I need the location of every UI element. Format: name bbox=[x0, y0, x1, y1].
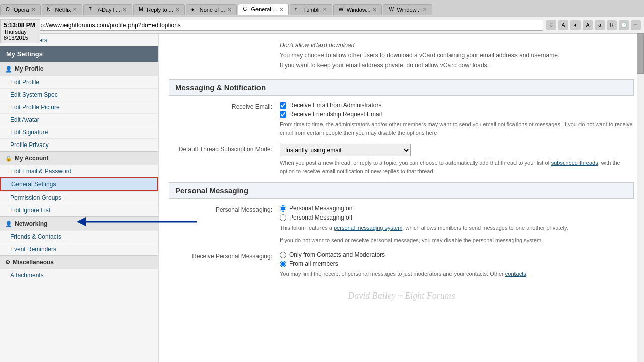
tab-reply[interactable]: M Reply to ... ✕ bbox=[133, 4, 185, 15]
tab-window1[interactable]: W Window... ✕ bbox=[333, 4, 382, 15]
bookmark-icon[interactable]: ♡ bbox=[546, 20, 556, 30]
sidebar-item-edit-avatar[interactable]: Edit Avatar bbox=[0, 113, 158, 126]
sidebar-item-edit-ignore-list[interactable]: Edit Ignore List bbox=[0, 204, 158, 216]
subscription-mode-row: Default Thread Subscription Mode: Instan… bbox=[169, 144, 634, 175]
checkbox-friendship-email[interactable] bbox=[280, 111, 286, 118]
adblock-icon[interactable]: A bbox=[558, 20, 568, 30]
pm-link[interactable]: personal messaging system bbox=[334, 225, 402, 231]
tab-window2[interactable]: W Window... ✕ bbox=[383, 4, 432, 15]
tab-opera-label: Opera bbox=[14, 7, 29, 13]
tab-noneof[interactable]: ♦ None of ... ✕ bbox=[186, 4, 237, 15]
sidebar-item-edit-profile-picture[interactable]: Edit Profile Picture bbox=[0, 101, 158, 113]
sidebar-item-event-reminders[interactable]: Event Reminders bbox=[0, 243, 158, 255]
radio-row-contacts-only: Only from Contacts and Moderators bbox=[280, 251, 634, 258]
scrollbar-track[interactable] bbox=[637, 33, 644, 362]
sidebar-section-miscellaneous: ⚙ Miscellaneous bbox=[0, 255, 158, 269]
sidebar-item-edit-signature[interactable]: Edit Signature bbox=[0, 126, 158, 138]
opera-favicon: O bbox=[6, 7, 12, 13]
subscription-select[interactable]: Instantly, using email No email notifica… bbox=[280, 144, 411, 156]
sidebar-section-my-profile: 👤 My Profile bbox=[0, 62, 158, 76]
sidebar-header-label: My Settings bbox=[6, 50, 43, 58]
radio-row-all-members: From all members bbox=[280, 260, 634, 267]
contacts-link[interactable]: contacts bbox=[505, 271, 526, 277]
personal-messaging-row: Personal Messaging: Personal Messaging o… bbox=[169, 205, 634, 244]
checkbox-admin-email[interactable] bbox=[280, 102, 286, 109]
sidebar-item-edit-profile[interactable]: Edit Profile bbox=[0, 76, 158, 88]
sidebar-item-general-settings[interactable]: General Settings bbox=[0, 177, 158, 191]
tab-general[interactable]: G General ... ✕ bbox=[238, 4, 289, 15]
receive-email-label: Receive Email: bbox=[169, 102, 280, 110]
event-reminders-label: Event Reminders bbox=[10, 246, 56, 253]
ext2-icon[interactable]: A bbox=[583, 20, 593, 30]
miscellaneous-icon: ⚙ bbox=[5, 259, 10, 266]
7day-favicon: 7 bbox=[89, 7, 95, 13]
edit-profile-label: Edit Profile bbox=[10, 79, 39, 86]
tab-opera-close[interactable]: ✕ bbox=[31, 7, 35, 12]
rpm-contacts-label: Only from Contacts and Moderators bbox=[289, 251, 385, 258]
radio-row-pm-on: Personal Messaging on bbox=[280, 205, 634, 212]
radio-pm-off[interactable] bbox=[280, 214, 286, 221]
account-icon: 🔒 bbox=[5, 155, 12, 162]
sidebar-item-permission-groups[interactable]: Permission Groups bbox=[0, 191, 158, 204]
checkbox-admin-label: Receive Email from Administrators bbox=[289, 102, 381, 109]
reply-favicon: M bbox=[139, 7, 145, 13]
radio-pm-on[interactable] bbox=[280, 205, 286, 212]
radio-contacts-only[interactable] bbox=[280, 252, 286, 258]
tab-tumblr-label: Tumblr bbox=[303, 7, 320, 13]
sidebar-item-friends-contacts[interactable]: Friends & Contacts bbox=[0, 230, 158, 243]
sidebar-item-profile-privacy[interactable]: Profile Privacy bbox=[0, 138, 158, 151]
attachments-label: Attachments bbox=[10, 272, 44, 279]
tab-window1-close[interactable]: ✕ bbox=[372, 7, 376, 12]
radio-row-pm-off: Personal Messaging off bbox=[280, 214, 634, 221]
tab-noneof-close[interactable]: ✕ bbox=[227, 7, 231, 12]
radio-all-members[interactable] bbox=[280, 261, 286, 267]
edit-profile-picture-label: Edit Profile Picture bbox=[10, 104, 60, 111]
tab-window1-label: Window... bbox=[347, 7, 371, 13]
tab-7day[interactable]: 7 7-Day F... ✕ bbox=[83, 4, 132, 15]
sidebar-section-networking: 👤 Networking bbox=[0, 216, 158, 230]
tab-tumblr-close[interactable]: ✕ bbox=[323, 7, 327, 12]
clock-icon[interactable]: 🕐 bbox=[619, 20, 629, 30]
tab-opera[interactable]: O Opera ✕ bbox=[0, 4, 41, 15]
tab-general-close[interactable]: ✕ bbox=[279, 7, 283, 12]
sidebar-item-edit-system-spec[interactable]: Edit System Spec bbox=[0, 88, 158, 101]
receive-email-row: Receive Email: Receive Email from Admini… bbox=[169, 102, 634, 137]
checkbox-row-admin: Receive Email from Administrators bbox=[280, 102, 634, 109]
clock-day: Thursday bbox=[4, 29, 37, 35]
sidebar-item-edit-email-password[interactable]: Edit Email & Password bbox=[0, 165, 158, 177]
clock-date: 8/13/2015 bbox=[4, 35, 37, 41]
pm-on-label: Personal Messaging on bbox=[289, 205, 352, 212]
content-inner: Don't allow vCard download You may choos… bbox=[159, 34, 644, 311]
vcf-section: Don't allow vCard download You may choos… bbox=[169, 39, 634, 75]
pm-off-label: Personal Messaging off bbox=[289, 214, 352, 221]
tab-window2-label: Window... bbox=[397, 7, 421, 13]
sidebar-item-attachments[interactable]: Attachments bbox=[0, 269, 158, 281]
subscription-label: Default Thread Subscription Mode: bbox=[169, 144, 280, 153]
ext4-icon[interactable]: R bbox=[607, 20, 617, 30]
tab-window2-close[interactable]: ✕ bbox=[423, 7, 427, 12]
address-bar: ◀ ▶ ↺ ♡ A ♦ A a R 🕐 ≡ bbox=[0, 16, 644, 33]
tab-7day-close[interactable]: ✕ bbox=[122, 7, 126, 12]
tab-tumblr[interactable]: t Tumblr ✕ bbox=[290, 4, 332, 15]
settings-icon[interactable]: ≡ bbox=[631, 20, 641, 30]
subscribed-threads-link[interactable]: subscribed threads bbox=[551, 160, 598, 166]
tab-bar: O Opera ✕ N Netflix ✕ 7 7-Day F... ✕ M R… bbox=[0, 0, 644, 16]
sidebar-header: My Settings bbox=[0, 46, 158, 62]
friends-contacts-label: Friends & Contacts bbox=[10, 233, 61, 240]
ext1-icon[interactable]: ♦ bbox=[570, 20, 581, 30]
ext3-icon[interactable]: a bbox=[595, 20, 605, 30]
rpm-note: You may limit the receipt of personal me… bbox=[280, 270, 634, 278]
url-input[interactable] bbox=[29, 20, 543, 31]
tab-netflix-close[interactable]: ✕ bbox=[73, 7, 77, 12]
profile-icon: 👤 bbox=[5, 66, 12, 73]
tab-7day-label: 7-Day F... bbox=[97, 7, 120, 13]
tab-general-label: General ... bbox=[251, 6, 277, 12]
sidebar: Edit Folders My Settings 👤 My Profile Ed… bbox=[0, 34, 159, 362]
noneof-favicon: ♦ bbox=[191, 7, 198, 13]
rpm-note-text: You may limit the receipt of personal me… bbox=[280, 271, 504, 277]
checkbox-friendship-label: Receive Friendship Request Email bbox=[289, 111, 382, 118]
tab-netflix[interactable]: N Netflix ✕ bbox=[42, 4, 83, 15]
tab-reply-close[interactable]: ✕ bbox=[175, 7, 179, 12]
general-favicon: G bbox=[243, 6, 249, 12]
scrollbar-thumb[interactable] bbox=[637, 33, 644, 74]
